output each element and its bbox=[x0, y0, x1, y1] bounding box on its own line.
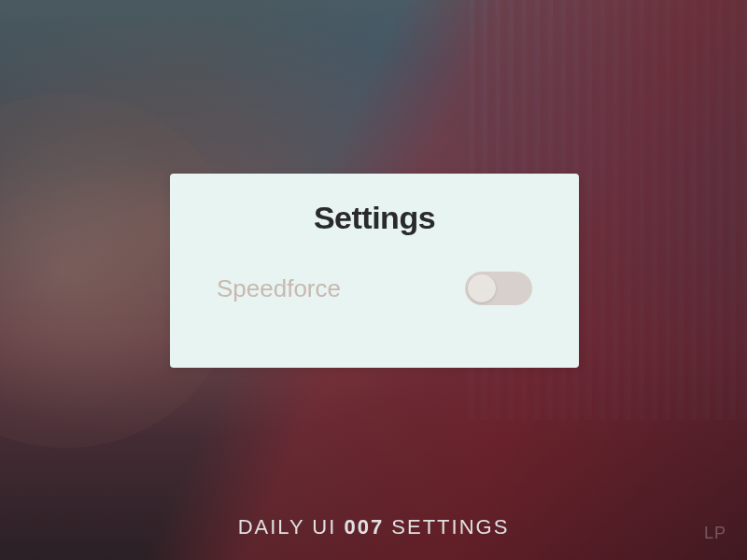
watermark: LP bbox=[704, 524, 726, 543]
speedforce-toggle[interactable] bbox=[465, 272, 532, 305]
footer-suffix: SETTINGS bbox=[384, 515, 509, 539]
settings-card: Settings Speedforce bbox=[170, 174, 579, 368]
speedforce-label: Speedforce bbox=[217, 274, 341, 303]
toggle-knob bbox=[468, 274, 496, 302]
footer-number: 007 bbox=[344, 515, 384, 539]
setting-row: Speedforce bbox=[207, 272, 542, 305]
footer-caption: DAILY UI 007 SETTINGS bbox=[0, 515, 747, 539]
footer-prefix: DAILY UI bbox=[238, 515, 345, 539]
settings-title: Settings bbox=[207, 200, 542, 236]
